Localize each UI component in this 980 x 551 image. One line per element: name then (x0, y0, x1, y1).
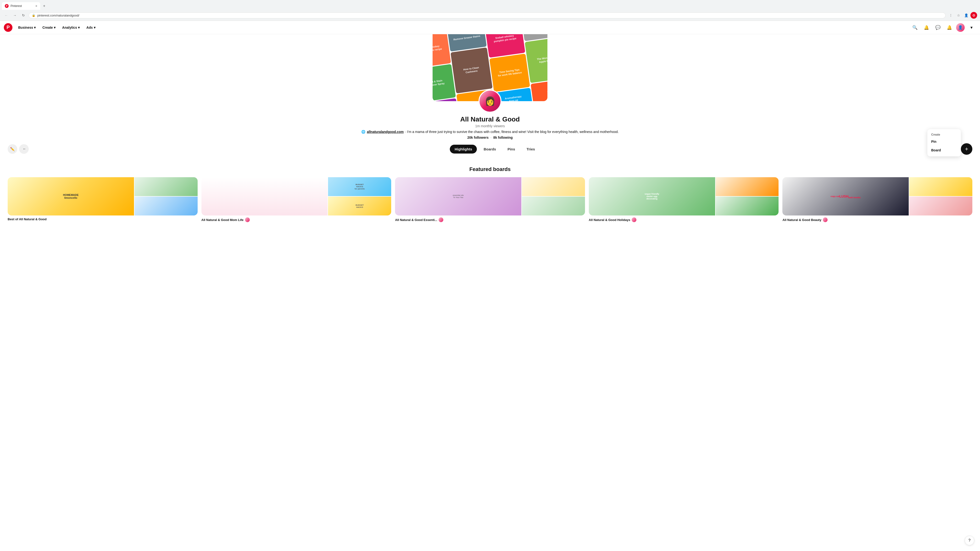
active-tab[interactable]: P Pinterest × (2, 2, 40, 10)
profile-button[interactable]: 👤 (963, 12, 969, 19)
following-count[interactable]: 8k following (493, 136, 513, 140)
board-name: All Natural & Good Holidays (589, 218, 630, 222)
tab-close-button[interactable]: × (35, 4, 37, 8)
followers-count[interactable]: 20k followers (467, 136, 488, 140)
pencil-icon: ✏️ (10, 147, 15, 151)
website-url[interactable]: allnaturalandgood.com (367, 130, 404, 134)
board-main-image: vegan friendlyeaster eggdecorating (589, 177, 715, 216)
board-sub-image-2 (909, 197, 972, 216)
board-card[interactable]: essential oilsTo Your Tea All Natural & … (395, 177, 585, 222)
profile-tab-bar: Highlights Boards Pins Tries (33, 144, 957, 154)
board-main-image (202, 177, 328, 216)
create-dropdown: Create Pin Board (928, 129, 961, 156)
alert-icon: 🔔 (947, 25, 952, 30)
help-button[interactable]: ? (965, 536, 974, 545)
profile-avatar-wrapper: 👩 (479, 90, 501, 113)
monthly-viewers: 1m monthly viewers (475, 124, 505, 128)
board-label: All Natural & Good Essenti... (395, 218, 585, 222)
add-button[interactable]: + (961, 143, 972, 155)
board-name: All Natural & Good Mom Life (202, 218, 243, 222)
featured-boards-section: Featured boards HOMEMADElimoncello Best … (0, 160, 980, 228)
analytics-label: Analytics (62, 25, 77, 29)
profile-website: 🌐 allnaturalandgood.com · I'm a mama of … (361, 130, 619, 134)
business-menu-item[interactable]: Business ▾ (15, 24, 38, 31)
bell-icon: 🔔 (924, 25, 929, 30)
profile-area: fireball whiskeypumpkin pie recipe Spot … (0, 34, 980, 160)
board-sub-image-1: BUDGETHACKSfor parents (328, 177, 391, 196)
highlights-tab[interactable]: Highlights (450, 144, 477, 154)
top-navigation: P Business ▾ Create ▾ Analytics ▾ Ads ▾ … (0, 21, 980, 34)
tries-tab[interactable]: Tries (522, 144, 540, 154)
create-chevron: ▾ (54, 25, 56, 29)
bio-inline: · I'm a mama of three just trying to sur… (405, 130, 619, 134)
nav-right: 🔍 🔔 💬 🔔 👤 ▾ (910, 23, 976, 32)
stat-separator: · (490, 136, 492, 140)
board-sub-image-2 (716, 197, 779, 216)
pinterest-logo[interactable]: P (4, 23, 13, 32)
board-avatar (632, 218, 636, 222)
back-button[interactable]: ← (3, 12, 10, 19)
board-name: All Natural & Good Essenti... (395, 218, 437, 222)
board-label: Best of All Natural & Good (8, 218, 197, 221)
tab-title: Pinterest (11, 4, 22, 8)
business-label: Business (18, 25, 33, 29)
alerts-button[interactable]: 🔔 (945, 23, 954, 32)
create-pin-item[interactable]: Pin (928, 137, 961, 146)
board-card[interactable]: HOMEMADElimoncello Best of All Natural &… (8, 177, 197, 222)
board-sub-image-2: BUDGETHACKS (328, 197, 391, 216)
messages-button[interactable]: 💬 (933, 23, 943, 32)
user-avatar[interactable]: 👤 (956, 23, 965, 32)
browser-action-buttons: ⋮ ☆ 👤 ⊙ (947, 12, 977, 19)
browser-tabs: P Pinterest × + (0, 0, 980, 10)
create-board-item[interactable]: Board (928, 146, 961, 154)
board-images: HOMEMADElimoncello (8, 177, 197, 216)
chat-icon: 💬 (935, 25, 940, 30)
board-card[interactable]: BUDGETHACKSfor parents BUDGETHACKS All N… (202, 177, 391, 222)
plus-icon: + (965, 146, 968, 152)
pins-tab[interactable]: Pins (503, 144, 520, 154)
analytics-menu-item[interactable]: Analytics ▾ (59, 24, 83, 31)
notifications-button[interactable]: 🔔 (922, 23, 931, 32)
board-sub-image-1 (716, 177, 779, 196)
create-menu-item[interactable]: Create ▾ (40, 24, 58, 31)
browser-controls: ← → ↻ 🔒 pinterest.com/naturalandgood/ ⋮ … (0, 10, 980, 21)
ads-chevron: ▾ (94, 25, 95, 29)
forward-button[interactable]: → (11, 12, 18, 19)
expand-button[interactable]: ▾ (967, 23, 976, 32)
board-images: BUDGETHACKSfor parents BUDGETHACKS (202, 177, 391, 216)
board-main-image: HOMEMADElimoncello (8, 177, 134, 216)
extensions-button[interactable]: ⋮ (947, 12, 954, 19)
action-right-buttons: + (961, 143, 972, 155)
analytics-chevron: ▾ (78, 25, 80, 29)
dropdown-header: Create (928, 131, 961, 137)
address-bar[interactable]: 🔒 pinterest.com/naturalandgood/ (29, 13, 945, 18)
board-card[interactable]: vegan friendlyeaster eggdecorating All N… (589, 177, 779, 222)
reload-button[interactable]: ↻ (20, 12, 27, 19)
business-chevron: ▾ (34, 25, 36, 29)
share-profile-button[interactable]: ↑ (19, 144, 29, 154)
board-sub-image-1 (909, 177, 972, 196)
board-images: vegan friendlyeaster eggdecorating (589, 177, 779, 216)
board-sub-image-2 (134, 197, 197, 216)
board-label: All Natural & Good Beauty (783, 218, 972, 222)
edit-profile-button[interactable]: ✏️ (8, 144, 17, 154)
board-images: copy catLUSHbath bombs (783, 177, 972, 216)
search-button[interactable]: 🔍 (910, 23, 920, 32)
settings-button[interactable]: ⊙ (970, 12, 977, 19)
search-icon: 🔍 (912, 25, 918, 30)
ads-menu-item[interactable]: Ads ▾ (83, 24, 98, 31)
lock-icon: 🔒 (32, 14, 35, 17)
board-name: Best of All Natural & Good (8, 218, 47, 221)
boards-tab[interactable]: Boards (479, 144, 501, 154)
share-icon: ↑ (22, 148, 26, 150)
board-main-image: copy catLUSHbath bombs (783, 177, 909, 216)
new-tab-button[interactable]: + (41, 2, 47, 10)
question-icon: ? (969, 538, 970, 543)
profile-stats: 20k followers · 8k following (467, 136, 512, 140)
board-card[interactable]: copy catLUSHbath bombs All Natural & Goo… (783, 177, 972, 222)
bookmark-button[interactable]: ☆ (955, 12, 962, 19)
action-left-buttons: ✏️ ↑ (8, 144, 29, 154)
chevron-down-icon: ▾ (970, 25, 973, 30)
profile-actions: ✏️ ↑ Highlights Boards Pins Tries + (0, 143, 980, 155)
featured-title: Featured boards (8, 166, 972, 172)
